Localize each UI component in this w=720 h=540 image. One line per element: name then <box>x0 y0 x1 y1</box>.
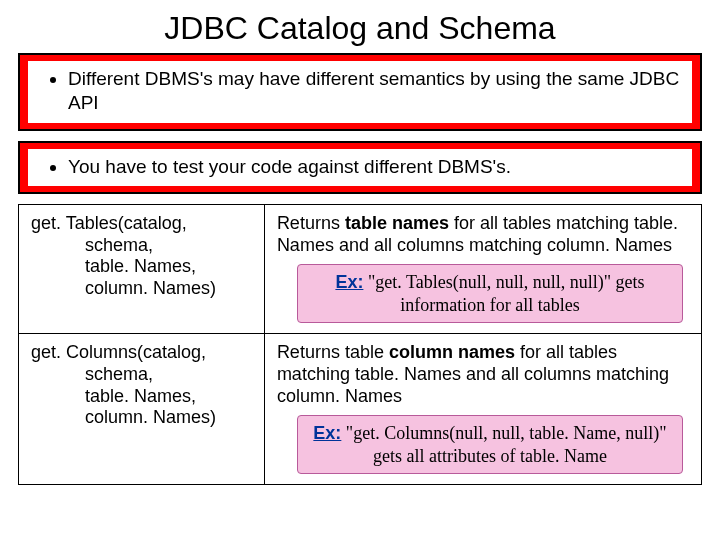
table-row: get. Tables(catalog, schema, table. Name… <box>19 205 702 334</box>
sig-line: column. Names) <box>31 278 252 300</box>
signature-cell: get. Tables(catalog, schema, table. Name… <box>19 205 265 334</box>
description-cell: Returns table names for all tables match… <box>264 205 701 334</box>
bullet-inner-1: Different DBMS's may have different sema… <box>28 61 692 123</box>
table-row: get. Columns(catalog, schema, table. Nam… <box>19 334 702 485</box>
example-box: Ex: "get. Columns(null, null, table. Nam… <box>297 415 683 474</box>
example-label: Ex: <box>313 423 341 443</box>
sig-line: table. Names, <box>31 386 252 408</box>
bullet-box-1: Different DBMS's may have different sema… <box>18 53 702 131</box>
example-label: Ex: <box>335 272 363 292</box>
bullet-1-text: Different DBMS's may have different sema… <box>68 67 680 115</box>
bullet-inner-2: You have to test your code against diffe… <box>28 149 692 187</box>
sig-line: table. Names, <box>31 256 252 278</box>
example-box: Ex: "get. Tables(null, null, null, null)… <box>297 264 683 323</box>
sig-head: get. Tables(catalog, <box>31 213 252 235</box>
sig-line: schema, <box>31 364 252 386</box>
signature-cell: get. Columns(catalog, schema, table. Nam… <box>19 334 265 485</box>
desc-bold: table names <box>345 213 449 233</box>
sig-line: schema, <box>31 235 252 257</box>
sig-head: get. Columns(catalog, <box>31 342 252 364</box>
bullet-2-text: You have to test your code against diffe… <box>68 155 680 179</box>
methods-table: get. Tables(catalog, schema, table. Name… <box>18 204 702 485</box>
bullet-box-2: You have to test your code against diffe… <box>18 141 702 195</box>
description-text: Returns table names for all tables match… <box>277 213 689 256</box>
description-cell: Returns table column names for all table… <box>264 334 701 485</box>
example-quote: "get. Tables(null, null, null, null)" ge… <box>363 272 644 315</box>
desc-pre: Returns <box>277 213 345 233</box>
desc-bold: column names <box>389 342 515 362</box>
sig-line: column. Names) <box>31 407 252 429</box>
example-quote: "get. Columns(null, null, table. Name, n… <box>341 423 666 466</box>
slide-title: JDBC Catalog and Schema <box>0 0 720 53</box>
desc-pre: Returns table <box>277 342 389 362</box>
description-text: Returns table column names for all table… <box>277 342 689 407</box>
